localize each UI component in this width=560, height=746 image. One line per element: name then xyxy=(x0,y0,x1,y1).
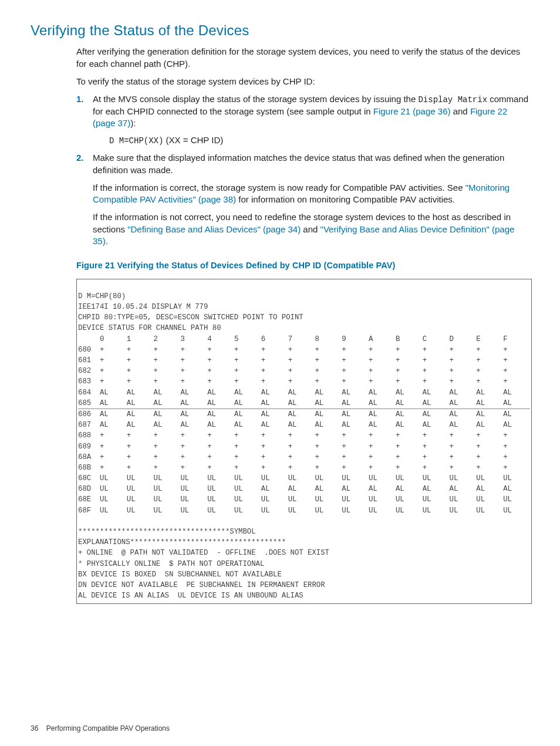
fig-cell: UL xyxy=(288,473,315,484)
fig-cell: + xyxy=(423,463,450,473)
fig-cell: AL xyxy=(396,420,423,430)
fig-cell: UL xyxy=(234,505,261,516)
fig-cell: + xyxy=(100,430,127,441)
link-fig-21[interactable]: Figure 21 (page 36) xyxy=(373,106,451,116)
fig-cell: UL xyxy=(476,505,503,516)
fig-cell: + xyxy=(423,366,450,376)
fig-cell: UL xyxy=(423,473,450,484)
fig-cell: AL xyxy=(369,387,396,398)
fig-cell: + xyxy=(503,376,530,387)
fig-cell: AL xyxy=(396,387,423,398)
fig-header-cell: D xyxy=(450,334,477,345)
fig-cell: + xyxy=(315,441,342,452)
fig-cell: UL xyxy=(127,494,154,505)
fig-cell: + xyxy=(503,345,530,355)
fig-cell: AL xyxy=(234,387,261,398)
fig-cell: + xyxy=(154,430,181,441)
fig-cell: + xyxy=(261,463,288,473)
fig-cell: + xyxy=(180,452,207,463)
fig-cell: UL xyxy=(315,473,342,484)
fig-cell: AL xyxy=(450,484,477,494)
fig-cell: + xyxy=(423,452,450,463)
fig-cell: AL xyxy=(503,398,530,409)
step-2-p2: If the information is correct, the stora… xyxy=(93,182,532,206)
fig-cell: AL xyxy=(369,484,396,494)
fig-cell: + xyxy=(315,366,342,376)
fig-cell: AL xyxy=(423,484,450,494)
fig-cell: AL xyxy=(423,409,450,420)
fig-cell: + xyxy=(450,463,477,473)
fig-cell: + xyxy=(180,366,207,376)
fig-cell: UL xyxy=(180,494,207,505)
fig-cell: AL xyxy=(503,409,530,420)
fig-cell: UL xyxy=(423,494,450,505)
step-2-p3-mid: and xyxy=(301,224,320,234)
fig-cell: AL xyxy=(423,398,450,409)
step-2-p3: If the information is not correct, you n… xyxy=(93,211,532,247)
fig-line-2: IEE174I 10.05.24 DISPLAY M 779 xyxy=(78,303,208,311)
fig-cell: UL xyxy=(315,505,342,516)
fig-cell: AL xyxy=(342,398,369,409)
fig-cell: + xyxy=(180,463,207,473)
fig-cell: AL xyxy=(396,398,423,409)
fig-cell: UL xyxy=(154,473,181,484)
fig-cell: + xyxy=(476,463,503,473)
fig-cell: + xyxy=(288,366,315,376)
fig-cell: AL xyxy=(450,398,477,409)
fig-cell: AL xyxy=(234,420,261,430)
fig-cell: AL xyxy=(476,409,503,420)
fig-cell: UL xyxy=(503,473,530,484)
fig-cell: + xyxy=(234,441,261,452)
fig-cell: + xyxy=(127,355,154,366)
fig-cell: + xyxy=(288,376,315,387)
fig-header-cell: A xyxy=(369,334,396,345)
fig-cell: UL xyxy=(476,494,503,505)
fig-cell: + xyxy=(154,376,181,387)
fig-cell: AL xyxy=(154,398,181,409)
fig-cell: + xyxy=(127,345,154,355)
fig-row-label: 689 xyxy=(78,441,100,452)
fig-cell: UL xyxy=(207,484,234,494)
fig-cell: AL xyxy=(154,420,181,430)
fig-cell: + xyxy=(180,441,207,452)
fig-cell: + xyxy=(234,376,261,387)
fig-cell: UL xyxy=(503,505,530,516)
fig-cell: + xyxy=(100,376,127,387)
fig-cell: + xyxy=(261,452,288,463)
fig-line-3: CHPID 80:TYPE=05, DESC=ESCON SWITCHED PO… xyxy=(78,313,303,322)
fig-cell: + xyxy=(476,376,503,387)
fig-cell: + xyxy=(342,463,369,473)
fig-cell: AL xyxy=(234,398,261,409)
fig-row-label: 68A xyxy=(78,452,100,463)
fig-row-label: 68E xyxy=(78,494,100,505)
step-2: 2. Make sure that the displayed informat… xyxy=(76,152,532,247)
fig-cell: + xyxy=(100,463,127,473)
fig-cell: UL xyxy=(127,505,154,516)
fig-cell: + xyxy=(369,376,396,387)
fig-cell: + xyxy=(315,355,342,366)
fig-cell: UL xyxy=(396,505,423,516)
fig-cell: AL xyxy=(127,420,154,430)
fig-cell: AL xyxy=(100,409,127,420)
fig-cell: AL xyxy=(476,484,503,494)
fig-cell: + xyxy=(423,430,450,441)
fig-cell: + xyxy=(450,366,477,376)
fig-cell: AL xyxy=(342,420,369,430)
link-defining[interactable]: "Defining Base and Alias Devices" (page … xyxy=(127,224,301,234)
fig-cell: AL xyxy=(154,387,181,398)
fig-cell: AL xyxy=(315,484,342,494)
fig-cell: AL xyxy=(503,420,530,430)
fig-cell: + xyxy=(476,441,503,452)
fig-cell: AL xyxy=(180,409,207,420)
fig-header-cell: 6 xyxy=(261,334,288,345)
fig-line-4: DEVICE STATUS FOR CHANNEL PATH 80 xyxy=(78,324,221,332)
fig-cell: + xyxy=(342,345,369,355)
fig-header-cell: 3 xyxy=(180,334,207,345)
fig-cell: + xyxy=(315,463,342,473)
fig-cell: UL xyxy=(207,505,234,516)
fig-cell: UL xyxy=(369,505,396,516)
fig-row-label: 687 xyxy=(78,420,100,430)
fig-row-label: 688 xyxy=(78,430,100,441)
fig-cell: UL xyxy=(180,484,207,494)
fig-cell: + xyxy=(369,441,396,452)
